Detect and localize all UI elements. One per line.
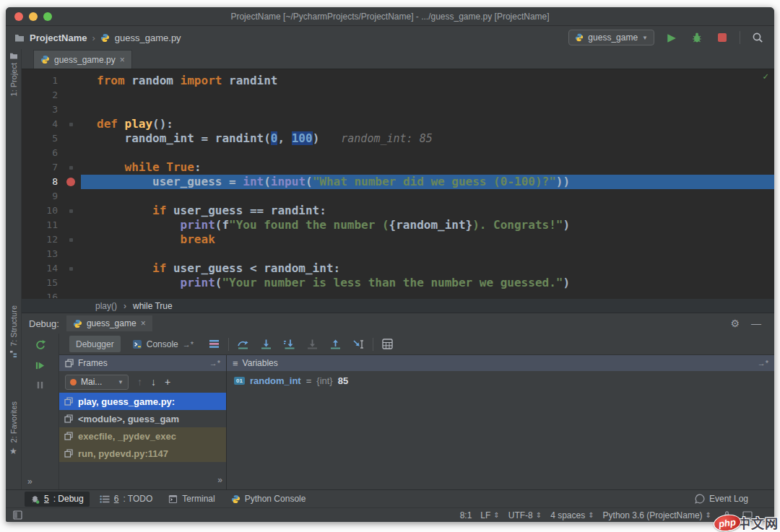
pin-arrow-icon[interactable]: →* [758, 359, 768, 367]
fold-marker-icon[interactable] [69, 123, 73, 126]
pin-arrow-icon[interactable]: →* [183, 340, 194, 349]
fold-marker-icon[interactable] [69, 166, 73, 170]
rerun-button[interactable] [35, 339, 46, 351]
line-number[interactable]: 13 [22, 247, 62, 261]
run-button[interactable]: ▶ [664, 30, 680, 45]
fold-marker-icon[interactable] [69, 209, 73, 213]
gutter-marker[interactable] [62, 74, 81, 88]
code-line[interactable]: 1from random import randint [22, 74, 774, 88]
thread-select[interactable]: Mai... ▼ [65, 375, 129, 390]
code-line[interactable]: 13 [22, 247, 774, 261]
pause-button[interactable] [35, 380, 45, 390]
resume-button[interactable] [35, 360, 46, 371]
code-line[interactable]: 8 user_guess = int(input("What number di… [22, 175, 774, 189]
variable-row[interactable]: 01 random_int = {int} 85 [227, 371, 774, 390]
gutter-marker[interactable] [62, 175, 81, 189]
frame-item[interactable]: execfile, _pydev_exec [59, 427, 226, 445]
line-number[interactable]: 9 [22, 189, 62, 204]
close-icon[interactable]: × [141, 318, 146, 328]
line-number[interactable]: 3 [22, 103, 62, 117]
toolwindow-button-todo[interactable]: 6: TODO [94, 492, 159, 507]
tab-console[interactable]: Console →* [126, 336, 200, 352]
tab-debugger[interactable]: Debugger [69, 336, 121, 352]
breadcrumb-item[interactable]: play() [95, 301, 117, 311]
run-configuration-select[interactable]: guess_game ▼ [568, 30, 654, 45]
line-number[interactable]: 16 [22, 290, 62, 298]
line-number[interactable]: 7 [22, 160, 62, 175]
code-line[interactable]: 11 print(f"You found the number ({random… [22, 218, 774, 232]
frame-item[interactable]: run, pydevd.py:1147 [59, 445, 226, 462]
sidebar-item-structure[interactable]: 7: Structure [6, 305, 21, 358]
breadcrumb-file[interactable]: guess_game.py [115, 32, 181, 43]
event-log-button[interactable]: Event Log [695, 494, 748, 504]
toolwindow-button-terminal[interactable]: Terminal [162, 492, 220, 507]
gutter-marker[interactable] [62, 204, 81, 218]
step-out-button[interactable] [326, 336, 344, 352]
gutter-marker[interactable] [62, 218, 81, 232]
line-number[interactable]: 2 [22, 88, 62, 103]
sidebar-item-project[interactable]: 1: Project [6, 52, 21, 96]
fold-marker-icon[interactable] [69, 238, 73, 242]
gutter-marker[interactable] [62, 146, 81, 160]
gutter-marker[interactable] [62, 160, 81, 175]
search-everywhere-button[interactable] [750, 30, 766, 45]
toolwindow-button-debug[interactable]: 5: Debug [25, 492, 90, 507]
line-number[interactable]: 6 [22, 146, 62, 160]
breakpoint-icon[interactable] [66, 178, 75, 186]
status-item[interactable]: UTF-8⇕ [508, 510, 542, 520]
add-button[interactable]: + [165, 376, 170, 388]
debug-session-tab[interactable]: guess_game × [66, 315, 152, 331]
line-number[interactable]: 4 [22, 117, 62, 131]
code-line[interactable]: 15 print("Your number is less than the n… [22, 276, 774, 290]
zoom-window-button[interactable] [43, 12, 52, 21]
code-line[interactable]: 3 [22, 103, 774, 117]
gutter-marker[interactable] [62, 276, 81, 290]
code-line[interactable]: 9 [22, 189, 774, 204]
line-number[interactable]: 15 [22, 276, 62, 290]
step-over-button[interactable] [234, 336, 252, 352]
force-step-into-button[interactable] [280, 336, 298, 352]
run-to-cursor-button[interactable] [350, 336, 368, 352]
gutter-marker[interactable] [62, 261, 81, 276]
line-number[interactable]: 14 [22, 261, 62, 276]
step-into-button[interactable] [257, 336, 275, 352]
scroll-more-icon[interactable]: » [217, 475, 222, 485]
gutter-marker[interactable] [62, 103, 81, 117]
gutter-marker[interactable] [62, 189, 81, 204]
debug-button[interactable] [689, 30, 705, 45]
gutter-marker[interactable] [62, 117, 81, 131]
pin-arrow-icon[interactable]: →* [209, 359, 220, 367]
status-item[interactable]: 4 spaces⇕ [550, 510, 594, 520]
more-actions-icon[interactable]: » [27, 476, 32, 487]
settings-gear-icon[interactable]: ⚙ [730, 318, 740, 329]
editor-tab-guess-game[interactable]: guess_game.py × [33, 50, 132, 69]
code-line[interactable]: 10 if user_guess == randint: [22, 204, 774, 218]
gutter-marker[interactable] [62, 88, 81, 103]
sidebar-item-favorites[interactable]: 2: Favorites ★ [6, 401, 21, 456]
breadcrumb-project[interactable]: ProjectName [30, 32, 87, 43]
code-line[interactable]: 2 [22, 88, 774, 103]
line-number[interactable]: 5 [22, 131, 62, 146]
code-line[interactable]: 5 random_int = randint(0, 100)random_int… [22, 131, 774, 146]
close-window-button[interactable] [14, 12, 23, 21]
line-number[interactable]: 8 [22, 175, 62, 189]
frame-item[interactable]: play, guess_game.py: [59, 393, 226, 410]
menu-hamburger-icon[interactable]: ≡ [233, 358, 238, 369]
evaluate-expression-button[interactable] [378, 336, 396, 352]
fold-marker-icon[interactable] [69, 267, 73, 271]
gutter-marker[interactable] [62, 232, 81, 247]
code-line[interactable]: 16 [22, 290, 774, 298]
line-number[interactable]: 12 [22, 232, 62, 247]
code-editor[interactable]: 1from random import randint234def play()… [22, 69, 774, 298]
line-number[interactable]: 11 [22, 218, 62, 232]
breadcrumb-item[interactable]: while True [133, 301, 173, 311]
code-line[interactable]: 12 break [22, 232, 774, 247]
code-line[interactable]: 7 while True: [22, 160, 774, 175]
toolwindow-toggle-icon[interactable] [13, 510, 22, 520]
code-line[interactable]: 14 if user_guess < random_int: [22, 261, 774, 276]
next-frame-button[interactable]: ↓ [151, 376, 156, 388]
smart-step-into-button[interactable] [303, 336, 321, 352]
status-item[interactable]: LF⇕ [480, 510, 499, 520]
hide-window-icon[interactable]: — [751, 318, 761, 329]
frame-item[interactable]: <module>, guess_gam [59, 410, 226, 427]
